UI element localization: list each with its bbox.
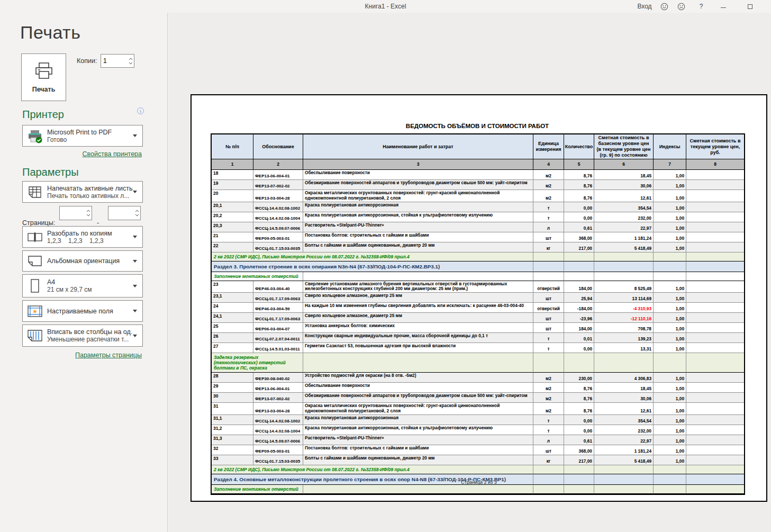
table-row: 25ФЕР06-03-004-07Установка анкерных болт… [212, 323, 744, 333]
table-row: 31,1ФССЦ-14.4.02.08-1002Краска полиурета… [212, 415, 744, 425]
landscape-orientation-icon [23, 255, 47, 267]
table-row: 29ФЕР13-06-004-01Обеспыливание поверхнос… [212, 383, 744, 393]
row-base-cost: 22,97 [594, 222, 654, 232]
margins-select[interactable]: ★ Настраиваемые поля [22, 300, 143, 322]
row-name-empty [303, 272, 533, 281]
works-table: № п/п Обоснование Наименование работ и з… [211, 133, 745, 495]
row-number: 31,1 [212, 415, 253, 425]
row-number: 20 [212, 190, 253, 202]
orientation-select[interactable]: Альбомная ориентация [22, 250, 143, 272]
row-index: 1,00 [654, 333, 686, 343]
row-quantity: 217,00 [564, 455, 594, 465]
minimize-button[interactable] [716, 2, 730, 11]
row-unit: л [533, 435, 564, 445]
row-index [654, 353, 686, 373]
table-row: 26ФССЦ-07.2.07.04-0011Конструкции сварны… [212, 333, 744, 343]
row-code: ФЕР06-03-004-07 [253, 323, 303, 333]
row-base-cost [594, 485, 654, 494]
row-base-cost: 5 418,49 [594, 455, 654, 465]
row-unit: кг [533, 455, 564, 465]
row-current-cost [686, 393, 744, 403]
row-unit: шт [533, 293, 564, 303]
printer-status: Готово [47, 136, 133, 143]
row-index: 1,00 [654, 373, 686, 383]
pages-to-stepper[interactable] [108, 206, 141, 220]
row-unit: м2 [533, 403, 564, 415]
pages-to-input[interactable] [108, 206, 134, 220]
row-base-cost: 8 525,49 [594, 281, 654, 293]
preview-page: ВЕДОМОСТЬ ОБЪЁМОВ И СТОИМОСТИ РАБОТ № п/… [191, 94, 767, 502]
pages-from-arrows[interactable] [85, 206, 92, 220]
sign-in-button[interactable]: Вход [633, 2, 656, 11]
col-header: № п/п [212, 134, 253, 159]
pages-from-stepper[interactable] [59, 206, 92, 220]
row-quantity: 8,76 [564, 170, 594, 180]
row-quantity: 230,00 [564, 373, 594, 383]
row-unit: шт [533, 445, 564, 455]
row-index: 1,00 [654, 170, 686, 180]
row-base-cost [594, 272, 654, 281]
collation-select[interactable]: Разобрать по копиям 1,2,3 1,2,3 1,2,3 [22, 226, 143, 248]
smiley-face-icon[interactable] [657, 2, 671, 11]
row-number: 19 [212, 180, 253, 190]
row-number: 21 [212, 232, 253, 242]
row-base-cost [594, 465, 654, 474]
row-code: ФССЦ-14.4.02.08-1002 [253, 202, 303, 212]
row-unit: шт [533, 313, 564, 323]
maximize-button[interactable] [743, 2, 757, 11]
pages-to-arrows[interactable] [134, 206, 140, 220]
printer-name: Microsoft Print to PDF [47, 129, 133, 136]
col-number: 6 [594, 159, 654, 170]
row-index: 1,00 [654, 415, 686, 425]
fit-columns-icon [23, 329, 47, 342]
print-button[interactable]: Печать [21, 53, 66, 101]
row-index: 1,00 [654, 445, 686, 455]
row-number: 25 [212, 323, 253, 333]
copies-input[interactable] [101, 55, 128, 67]
col-header: Обоснование [253, 134, 303, 159]
paper-size-select[interactable]: А4 21 см x 29,7 см [22, 274, 143, 297]
collation-desc: 1,2,3 1,2,3 1,2,3 [47, 237, 133, 245]
row-base-cost: -12 110,16 [594, 313, 654, 323]
row-quantity: 0,00 [564, 415, 594, 425]
pages-from-input[interactable] [60, 206, 85, 220]
row-name: На каждые 10 мм изменения глубины сверле… [303, 303, 533, 313]
row-index: 1,00 [654, 383, 686, 393]
table-row: 18ФЕР13-06-004-01Обеспыливание поверхнос… [212, 170, 744, 180]
row-index: 1,00 [654, 281, 686, 293]
printer-properties-link[interactable]: Свойства принтера [22, 150, 142, 158]
row-current-cost [686, 170, 744, 180]
row-current-cost [686, 262, 744, 272]
row-current-cost [686, 281, 744, 293]
row-base-cost: 18,45 [594, 170, 654, 180]
subsection-title: Заполнение монтажных отверстий [212, 272, 303, 281]
copies-spin-arrows[interactable] [128, 55, 134, 67]
print-what-select[interactable]: Напечатать активные листы Печать только … [22, 181, 143, 203]
row-current-cost [686, 242, 744, 253]
row-code: ФЕР09-05-003-01 [253, 445, 303, 455]
titlebar: Книга1 - Excel Вход ? [0, 0, 771, 13]
print-what-value: Напечатать активные листы [47, 185, 133, 192]
row-base-cost: 13,31 [594, 343, 654, 353]
table-row: 20,3ФССЦ-14.5.09.07-0006Растворитель «St… [212, 222, 744, 232]
frowny-face-icon[interactable] [674, 2, 688, 11]
table-row: 20,2ФССЦ-14.4.02.08-1004Краска полиурета… [212, 212, 744, 222]
row-base-cost: -4 310,93 [594, 303, 654, 313]
row-base-cost: 13 114,69 [594, 293, 654, 303]
row-index: 1,00 [654, 190, 686, 202]
table-row: 31,3ФССЦ-14.5.09.07-0006Растворитель «St… [212, 435, 744, 445]
printer-select[interactable]: Microsoft Print to PDF Готово [22, 125, 143, 147]
row-index [654, 465, 686, 474]
page-setup-link[interactable]: Параметры страницы [22, 351, 142, 359]
help-button[interactable]: ? [694, 2, 708, 11]
scaling-select[interactable]: Вписать все столбцы на од... Уменьшение … [22, 324, 143, 347]
table-row: 21ФЕР09-05-003-01Постановка болтов: стро… [212, 232, 744, 242]
row-code: ФССЦ-01.7.15.03-0035 [253, 242, 303, 253]
row-index: 1,00 [654, 393, 686, 403]
info-icon[interactable]: i [137, 107, 144, 114]
row-base-cost: 4 306,83 [594, 373, 654, 383]
copies-stepper[interactable] [101, 54, 134, 68]
table-row: Заделка резервных (технологических) отве… [212, 353, 744, 373]
row-quantity: 8,76 [564, 383, 594, 393]
table-row: 31ФЕР13-03-004-28Окраска металлических о… [212, 403, 744, 415]
